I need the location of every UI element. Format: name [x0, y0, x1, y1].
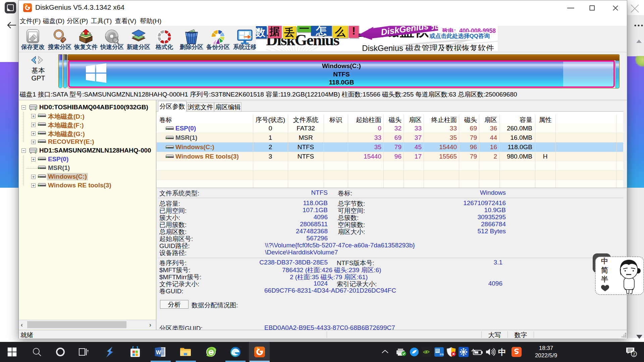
- svg-text:中: 中: [498, 348, 506, 357]
- svg-text:W: W: [156, 350, 161, 355]
- svg-text:2: 2: [633, 352, 635, 357]
- svg-text:简: 简: [601, 266, 608, 274]
- svg-text:中: 中: [601, 257, 608, 265]
- svg-text:半: 半: [601, 275, 608, 283]
